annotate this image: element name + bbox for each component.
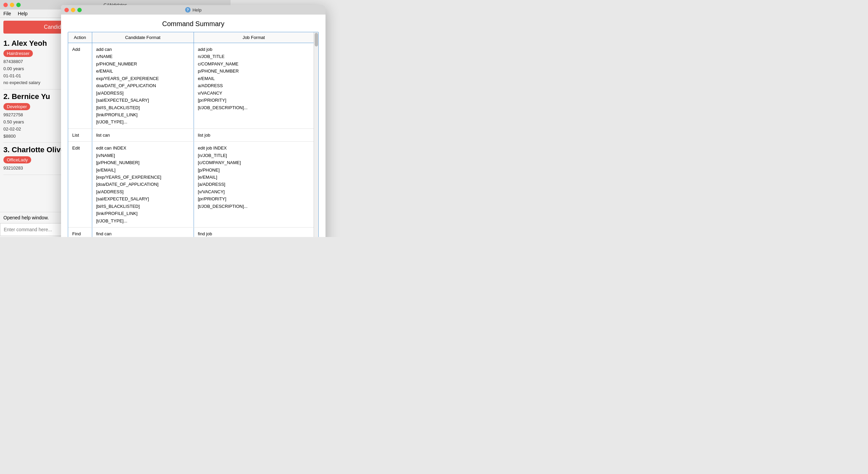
cell-job: list job <box>194 129 314 141</box>
table-header-row: Action Candidate Format Job Format <box>68 32 314 43</box>
cell-job: add job n/JOB_TITLE c/COMPANY_NAME p/PHO… <box>194 43 314 129</box>
status-message: Opened help window. <box>3 215 49 220</box>
table-scrollbar[interactable] <box>314 32 318 237</box>
dialog-maximize-button[interactable] <box>77 8 82 12</box>
dialog-title-bar: ? Help <box>61 5 326 15</box>
table-row: Listlist canlist job <box>68 129 314 141</box>
maximize-button[interactable] <box>16 3 21 7</box>
cell-action: List <box>68 129 92 141</box>
cell-candidate: list can <box>92 129 194 141</box>
candidate-tag: OfficeLady <box>3 156 31 163</box>
scrollbar-thumb <box>315 33 318 46</box>
menu-help[interactable]: Help <box>18 11 28 16</box>
dialog-close-button[interactable] <box>64 8 69 12</box>
table-content: Action Candidate Format Job Format Addad… <box>68 32 314 237</box>
table-row: Addadd can n/NAME p/PHONE_NUMBER e/EMAIL… <box>68 43 314 129</box>
dialog-title-text: Help <box>193 7 202 13</box>
dialog-minimize-button[interactable] <box>71 8 75 12</box>
cell-job: find job [n/JOB_TITLE] [c/COMPANY_NAME] <box>194 228 314 237</box>
cell-action: Edit <box>68 142 92 228</box>
close-button[interactable] <box>3 3 8 7</box>
menu-file[interactable]: File <box>3 11 11 16</box>
dialog-title: ? Help <box>185 7 202 13</box>
help-icon: ? <box>185 7 191 13</box>
cell-candidate: find can [n/NAME] [p/PHONE_NUMBER] <box>92 228 194 237</box>
scroll-bar-container: Action Candidate Format Job Format Addad… <box>68 32 318 237</box>
cell-job: edit job INDEX [n/JOB_TITLE] [c/COMPANY_… <box>194 142 314 228</box>
candidate-tag: Developer <box>3 103 30 110</box>
table-row: Editedit can INDEX [n/NAME] [p/PHONE_NUM… <box>68 142 314 228</box>
dialog-heading: Command Summary <box>68 20 319 28</box>
candidate-tag: Hairdresser <box>3 50 33 57</box>
col-job: Job Format <box>194 32 314 43</box>
cell-action: Add <box>68 43 92 129</box>
table-row: Findfind can [n/NAME] [p/PHONE_NUMBER]fi… <box>68 228 314 237</box>
dialog-window-controls <box>64 8 82 12</box>
col-candidate: Candidate Format <box>92 32 194 43</box>
command-table: Action Candidate Format Job Format Addad… <box>68 32 314 237</box>
cell-candidate: edit can INDEX [n/NAME] [p/PHONE_NUMBER]… <box>92 142 194 228</box>
cell-candidate: add can n/NAME p/PHONE_NUMBER e/EMAIL ex… <box>92 43 194 129</box>
minimize-button[interactable] <box>10 3 14 7</box>
col-action: Action <box>68 32 92 43</box>
command-table-wrapper: Action Candidate Format Job Format Addad… <box>68 32 319 237</box>
window-controls <box>3 3 21 7</box>
cell-action: Find <box>68 228 92 237</box>
help-dialog: ? Help Command Summary Action Candidate … <box>61 5 326 237</box>
dialog-body: Command Summary Action Candidate Format … <box>61 15 326 237</box>
